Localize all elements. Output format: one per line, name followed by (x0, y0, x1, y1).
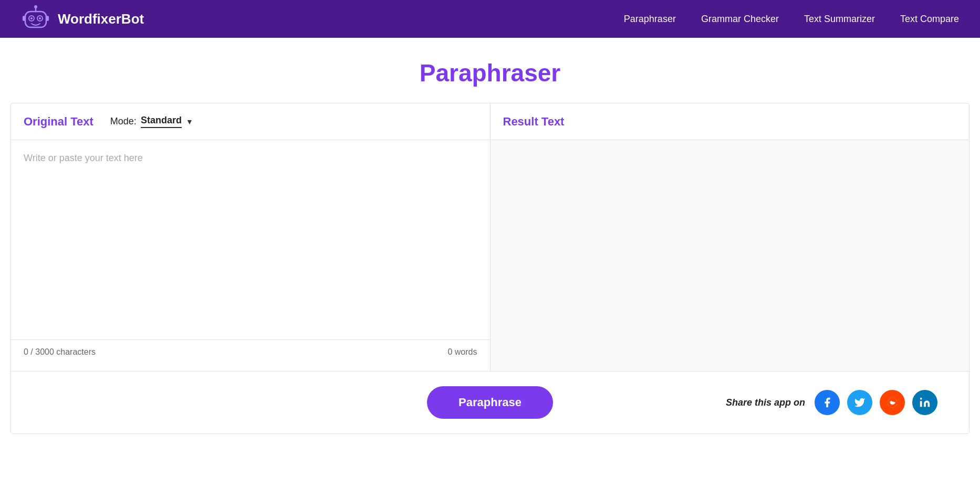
mode-selector: Mode: Standard ▼ (110, 115, 193, 128)
nav-item-text-summarizer[interactable]: Text Summarizer (804, 14, 875, 25)
svg-rect-7 (23, 16, 25, 21)
nav-item-paraphraser[interactable]: Paraphraser (624, 14, 676, 25)
share-section: Share this app on (726, 390, 937, 415)
nav-links: Paraphraser Grammar Checker Text Summari… (624, 14, 959, 25)
result-text-label: Result Text (503, 115, 565, 129)
right-panel: Result Text (491, 103, 969, 371)
original-text-area-wrapper (11, 140, 490, 340)
paraphrase-button[interactable]: Paraphrase (427, 386, 553, 419)
nav-item-grammar-checker[interactable]: Grammar Checker (701, 14, 779, 25)
mode-label: Mode: (110, 116, 137, 127)
svg-point-10 (891, 402, 891, 403)
nav-link-text-compare[interactable]: Text Compare (900, 14, 959, 24)
left-panel-header: Original Text Mode: Standard ▼ (11, 103, 490, 140)
left-panel: Original Text Mode: Standard ▼ 0 / 3000 … (11, 103, 491, 371)
page-title-area: Paraphraser (0, 38, 980, 103)
svg-point-3 (30, 17, 33, 19)
nav-link-grammar-checker[interactable]: Grammar Checker (701, 14, 779, 24)
mode-value: Standard (141, 115, 182, 128)
word-count: 0 words (447, 347, 477, 357)
right-panel-header: Result Text (491, 103, 969, 140)
svg-rect-12 (920, 401, 922, 407)
svg-rect-8 (46, 16, 49, 21)
count-bar: 0 / 3000 characters 0 words (11, 340, 490, 364)
svg-point-11 (893, 402, 894, 403)
twitter-icon[interactable] (847, 390, 872, 415)
mode-dropdown-icon[interactable]: ▼ (186, 118, 193, 126)
main-container: Original Text Mode: Standard ▼ 0 / 3000 … (11, 103, 969, 434)
original-text-input[interactable] (11, 140, 490, 340)
share-label: Share this app on (726, 397, 805, 408)
page-title: Paraphraser (0, 59, 980, 87)
linkedin-icon[interactable] (912, 390, 937, 415)
nav-item-text-compare[interactable]: Text Compare (900, 14, 959, 25)
panels: Original Text Mode: Standard ▼ 0 / 3000 … (11, 103, 969, 372)
svg-point-13 (920, 398, 922, 400)
facebook-icon[interactable] (815, 390, 840, 415)
char-count: 0 / 3000 characters (24, 347, 96, 357)
svg-point-6 (34, 5, 37, 8)
result-body (491, 140, 969, 371)
bottom-bar: Paraphrase Share this app on (11, 372, 969, 433)
nav-link-paraphraser[interactable]: Paraphraser (624, 14, 676, 24)
original-text-label: Original Text (24, 115, 93, 129)
logo-icon (21, 4, 50, 34)
reddit-icon[interactable] (880, 390, 905, 415)
navbar: WordfixerBot Paraphraser Grammar Checker… (0, 0, 980, 38)
social-icons (815, 390, 937, 415)
nav-link-text-summarizer[interactable]: Text Summarizer (804, 14, 875, 24)
logo-area: WordfixerBot (21, 4, 144, 34)
logo-text: WordfixerBot (58, 11, 144, 27)
svg-point-4 (39, 17, 41, 19)
